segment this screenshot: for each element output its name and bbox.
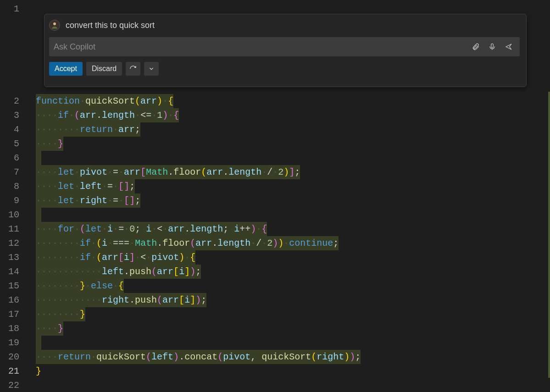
line-number-gutter: 12345678910111213141516171819202122 (0, 0, 28, 392)
svg-point-0 (53, 22, 56, 25)
line-number: 5 (0, 137, 28, 151)
code-line[interactable]: ····return·quickSort(left).concat(pivot,… (36, 350, 550, 364)
line-number: 1 (0, 2, 28, 16)
line-number: 16 (0, 293, 28, 307)
line-number: 4 (0, 122, 28, 137)
code-line[interactable]: function·quickSort(arr)·{ (36, 94, 550, 108)
copilot-actions: Accept Discard (49, 62, 520, 76)
copilot-header: convert this to quick sort (49, 19, 520, 32)
line-number: 18 (0, 321, 28, 336)
regenerate-button[interactable] (126, 62, 140, 76)
more-options-button[interactable] (144, 62, 159, 76)
code-line[interactable]: ····if·(arr.length·<=·1)·{ (36, 108, 550, 122)
code-line[interactable] (36, 208, 550, 222)
line-number: 21 (0, 364, 28, 378)
line-number: 12 (0, 236, 28, 250)
line-number: 13 (0, 250, 28, 265)
code-line[interactable]: } (36, 364, 550, 378)
copilot-prompt-title: convert this to quick sort (66, 21, 155, 30)
line-number: 8 (0, 179, 28, 193)
code-line[interactable]: ········} (36, 307, 550, 321)
line-number: 19 (0, 336, 28, 350)
code-line[interactable]: ········return·arr; (36, 122, 550, 137)
code-line[interactable]: ····for·(let·i·=·0; i·<·arr.length; i++)… (36, 222, 550, 236)
code-line[interactable]: ····let·pivot·=·arr[Math.floor(arr.lengt… (36, 165, 550, 179)
line-number: 15 (0, 279, 28, 293)
code-line[interactable]: ····} (36, 321, 550, 336)
line-number: 20 (0, 350, 28, 364)
copilot-input-row (49, 37, 520, 56)
copilot-input[interactable] (54, 42, 466, 52)
line-number: 9 (0, 193, 28, 208)
line-number: 7 (0, 165, 28, 179)
diff-overview-ruler (548, 92, 550, 378)
line-number: 17 (0, 307, 28, 321)
code-line[interactable]: ········if·(arr[i]·<·pivot)·{ (36, 250, 550, 265)
code-line[interactable]: ····let·right·=·[]; (36, 193, 550, 208)
code-line[interactable]: ····let·left·=·[]; (36, 179, 550, 193)
refresh-icon (129, 65, 137, 72)
code-line[interactable]: ····} (36, 137, 550, 151)
code-line[interactable]: ········if·(i·===·Math.floor(arr.length·… (36, 236, 550, 250)
code-editor: 12345678910111213141516171819202122 func… (0, 0, 550, 392)
chevron-down-icon (148, 66, 155, 72)
line-number: 14 (0, 265, 28, 279)
code-line[interactable]: ············left.push(arr[i]); (36, 265, 550, 279)
discard-button[interactable]: Discard (86, 62, 122, 76)
attachment-icon[interactable] (469, 40, 482, 53)
line-number: 22 (0, 378, 28, 392)
microphone-icon[interactable] (486, 40, 499, 53)
line-number: 6 (0, 151, 28, 165)
line-number: 3 (0, 108, 28, 122)
line-number: 2 (0, 94, 28, 108)
code-line[interactable]: ············right.push(arr[i]); (36, 293, 550, 307)
code-line[interactable] (36, 151, 550, 165)
code-line[interactable]: ········}·else·{ (36, 279, 550, 293)
copilot-inline-panel: convert this to quick sort Accept Discar… (44, 14, 527, 87)
svg-rect-1 (491, 44, 494, 48)
user-avatar-icon (49, 20, 60, 31)
line-number: 11 (0, 222, 28, 236)
code-line[interactable] (36, 336, 550, 350)
line-number: 10 (0, 208, 28, 222)
accept-button[interactable]: Accept (49, 62, 83, 76)
send-icon[interactable] (502, 40, 515, 53)
